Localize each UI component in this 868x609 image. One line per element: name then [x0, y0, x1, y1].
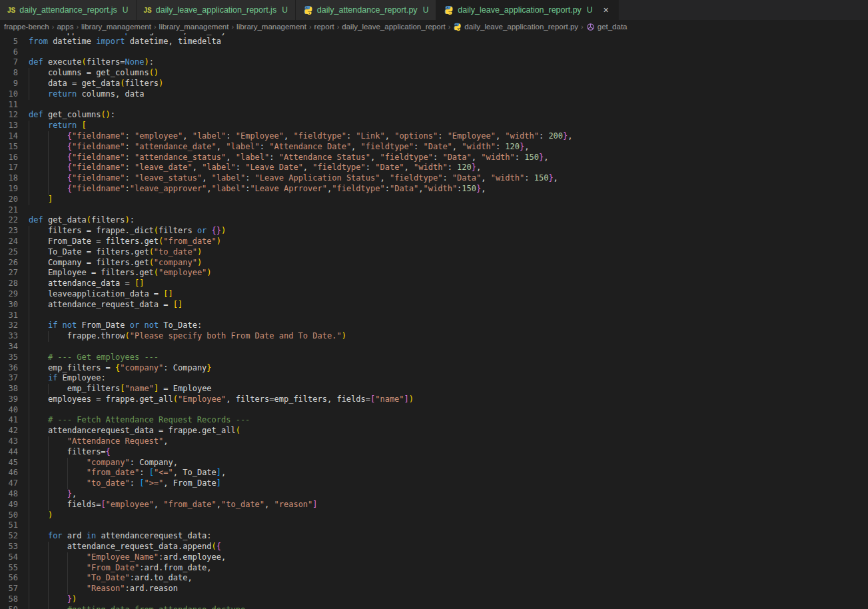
- code-line-54[interactable]: 54 "Employee_Name":ard.employee,: [0, 552, 868, 563]
- code-line-24[interactable]: 24 From_Date = filters.get("from_date"): [0, 237, 868, 247]
- code-line-16[interactable]: 16 {"fieldname": "attendance_status", "l…: [0, 153, 868, 163]
- code-line-14[interactable]: 14 {"fieldname": "employee", "label": "E…: [0, 131, 868, 142]
- code-line-11[interactable]: 11: [0, 100, 868, 111]
- breadcrumb-item-library_management[interactable]: library_management: [81, 23, 151, 31]
- close-icon[interactable]: ×: [602, 5, 611, 15]
- breadcrumb-item-frappe-bench[interactable]: frappe-bench: [4, 23, 49, 31]
- breadcrumb-item-library_management[interactable]: library_management: [159, 23, 229, 31]
- breadcrumb-item-library_management[interactable]: library_management: [236, 23, 306, 31]
- code-line-8[interactable]: 8 columns = get_columns(): [0, 68, 868, 79]
- git-untracked-badge: U: [423, 5, 429, 15]
- code-text: [29, 310, 868, 321]
- code-line-38[interactable]: 38 emp_filters["name"] = Employee: [0, 384, 868, 394]
- code-line-33[interactable]: 33 frappe.throw("Please specify both Fro…: [0, 331, 868, 342]
- indent-guide: [48, 447, 49, 458]
- indent-guide: [29, 226, 29, 237]
- code-line-58[interactable]: 58 }): [0, 594, 868, 605]
- indent-guide: [29, 68, 29, 79]
- code-text: "from_date": ["<=", To_Date],: [29, 468, 868, 478]
- indent-guide: [67, 468, 68, 478]
- line-number: 37: [0, 373, 18, 384]
- line-number: 11: [0, 100, 18, 111]
- code-line-44[interactable]: 44 filters={: [0, 447, 868, 458]
- code-line-53[interactable]: 53 attendance_request_data.append({: [0, 542, 868, 552]
- line-number: 23: [0, 226, 18, 237]
- code-line-55[interactable]: 55 "From_Date":ard.from_date,: [0, 563, 868, 574]
- code-line-47[interactable]: 47 "to_date": [">=", From_Date]: [0, 478, 868, 489]
- indent-guide: [48, 563, 49, 574]
- code-line-7[interactable]: 7def execute(filters=None):: [0, 57, 868, 68]
- line-number: 41: [0, 415, 18, 426]
- line-number: 48: [0, 489, 18, 500]
- indent-guide: [67, 458, 68, 468]
- code-line-23[interactable]: 23 filters = frappe._dict(filters or {}): [0, 226, 868, 237]
- code-line-42[interactable]: 42 attendancerequest_data = frappe.get_a…: [0, 426, 868, 436]
- code-line-52[interactable]: 52 for ard in attendancerequest_data:: [0, 531, 868, 542]
- code-line-18[interactable]: 18 {"fieldname": "leave_status", "label"…: [0, 173, 868, 184]
- indent-guide: [29, 258, 29, 269]
- code-line-36[interactable]: 36 emp_filters = {"company": Company}: [0, 363, 868, 374]
- code-text: for ard in attendancerequest_data:: [29, 531, 868, 542]
- code-line-29[interactable]: 29 leaveapplication_data = []: [0, 289, 868, 300]
- code-line-22[interactable]: 22def get_data(filters):: [0, 215, 868, 226]
- code-line-40[interactable]: 40: [0, 405, 868, 416]
- code-line-25[interactable]: 25 To_Date = filters.get("to_date"): [0, 247, 868, 258]
- code-line-34[interactable]: 34: [0, 342, 868, 352]
- code-line-10[interactable]: 10 return columns, data: [0, 89, 868, 100]
- tab-daily_attendance_report.py[interactable]: daily_attendance_report.pyU: [296, 0, 436, 20]
- code-line-9[interactable]: 9 data = get_data(filters): [0, 79, 868, 89]
- code-text: columns = get_columns(): [29, 68, 868, 79]
- tab-daily_attendance_report.js[interactable]: JSdaily_attendance_report.jsU: [0, 0, 137, 20]
- code-text: [29, 405, 868, 416]
- code-line-21[interactable]: 21: [0, 205, 868, 216]
- javascript-file-icon: JS: [7, 7, 15, 14]
- code-line-6[interactable]: 6: [0, 47, 868, 58]
- line-number: 19: [0, 184, 18, 195]
- code-line-13[interactable]: 13 return [: [0, 121, 868, 131]
- tab-daily_leave_application_report.js[interactable]: JSdaily_leave_application_report.jsU: [137, 0, 296, 20]
- breadcrumb-item-get_data[interactable]: get_data: [586, 23, 628, 31]
- code-line-32[interactable]: 32 if not From_Date or not To_Date:: [0, 320, 868, 331]
- code-line-5[interactable]: 5from datetime import datetime, timedelt…: [0, 37, 868, 47]
- indent-guide: [29, 142, 29, 153]
- code-line-17[interactable]: 17 {"fieldname": "leave_date", "label": …: [0, 163, 868, 173]
- code-line-56[interactable]: 56 "To_Date":ard.to_date,: [0, 573, 868, 584]
- code-line-46[interactable]: 46 "from_date": ["<=", To_Date],: [0, 468, 868, 478]
- code-line-37[interactable]: 37 if Employee:: [0, 373, 868, 384]
- breadcrumb-item-report[interactable]: report: [314, 23, 334, 31]
- breadcrumb-item-daily_leave_application_report.py[interactable]: daily_leave_application_report.py: [453, 23, 578, 31]
- indent-guide: [48, 331, 49, 342]
- code-line-15[interactable]: 15 {"fieldname": "attendance_date", "lab…: [0, 142, 868, 153]
- code-line-50[interactable]: 50 ): [0, 510, 868, 521]
- code-line-43[interactable]: 43 "Attendance Request",: [0, 436, 868, 447]
- code-line-49[interactable]: 49 fields=["employee", "from_date","to_d…: [0, 500, 868, 510]
- code-line-45[interactable]: 45 "company": Company,: [0, 458, 868, 468]
- indent-guide: [29, 563, 29, 574]
- code-line-30[interactable]: 30 attendance_request_data = []: [0, 300, 868, 310]
- code-line-26[interactable]: 26 Company = filters.get("company"): [0, 258, 868, 269]
- code-text: From_Date = filters.get("from_date"): [29, 237, 868, 247]
- line-number: 8: [0, 68, 18, 79]
- code-line-35[interactable]: 35 # --- Get employees ---: [0, 352, 868, 363]
- breadcrumb-item-daily_leave_application_report[interactable]: daily_leave_application_report: [342, 23, 445, 31]
- code-text: "To_Date":ard.to_date,: [29, 573, 868, 584]
- code-line-31[interactable]: 31: [0, 310, 868, 321]
- code-line-59[interactable]: 59 #getting data from attendance doctype: [0, 605, 868, 609]
- code-line-20[interactable]: 20 ]: [0, 195, 868, 205]
- breadcrumb-item-apps[interactable]: apps: [57, 23, 73, 31]
- line-number: 30: [0, 300, 18, 310]
- tab-daily_leave_application_report.py[interactable]: daily_leave_application_report.pyU×: [436, 0, 618, 20]
- code-line-48[interactable]: 48 },: [0, 489, 868, 500]
- code-line-19[interactable]: 19 {"fieldname":"leave_approver","label"…: [0, 184, 868, 195]
- indent-guide: [48, 142, 49, 153]
- code-text: from datetime import datetime, timedelta: [29, 37, 868, 47]
- code-line-41[interactable]: 41 # --- Fetch Attendance Request Record…: [0, 415, 868, 426]
- code-line-57[interactable]: 57 "Reason":ard.reason: [0, 584, 868, 594]
- code-line-12[interactable]: 12def get_columns():: [0, 110, 868, 121]
- indent-guide: [48, 436, 49, 447]
- code-line-51[interactable]: 51: [0, 520, 868, 531]
- code-text: ): [29, 510, 868, 521]
- code-line-39[interactable]: 39 employees = frappe.get_all("Employee"…: [0, 394, 868, 405]
- code-line-27[interactable]: 27 Employee = filters.get("employee"): [0, 268, 868, 279]
- code-line-28[interactable]: 28 attendance_data = []: [0, 279, 868, 289]
